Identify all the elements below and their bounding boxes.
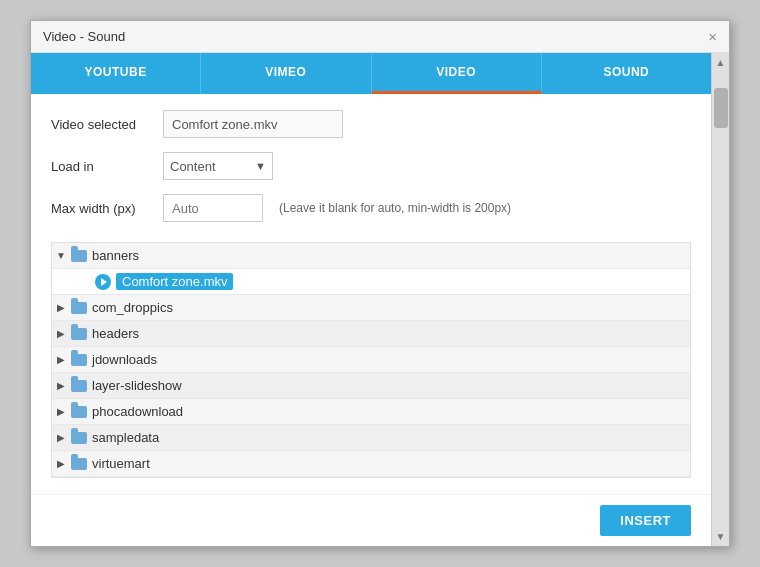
tab-bar: YOUTUBE VIMEO VIDEO SOUND bbox=[31, 53, 711, 94]
toggle-icon-headers: ▶ bbox=[52, 328, 70, 339]
tree-item-com-droppics[interactable]: ▶ com_droppics bbox=[52, 295, 690, 321]
toggle-icon-virtuemart: ▶ bbox=[52, 458, 70, 469]
tree-item-comfort-zone[interactable]: Comfort zone.mkv bbox=[52, 269, 690, 295]
dialog-titlebar: Video - Sound × bbox=[31, 21, 729, 53]
tree-item-headers[interactable]: ▶ headers bbox=[52, 321, 690, 347]
tree-container: ▼ banners Comfort zone.mkv bbox=[51, 242, 691, 478]
tree-label-jdownloads: jdownloads bbox=[92, 352, 157, 367]
video-icon-comfort bbox=[94, 273, 112, 291]
folder-icon-virtuemart bbox=[70, 455, 88, 473]
insert-button[interactable]: INSERT bbox=[600, 505, 691, 536]
tree-label-layer-slideshow: layer-slideshow bbox=[92, 378, 182, 393]
toggle-icon-jdownloads: ▶ bbox=[52, 354, 70, 365]
dialog-content: YOUTUBE VIMEO VIDEO SOUND Video selected… bbox=[31, 53, 711, 546]
video-selected-row: Video selected bbox=[51, 110, 691, 138]
load-in-select[interactable]: Content Popup Iframe bbox=[164, 157, 272, 176]
tree-area: ▼ banners Comfort zone.mkv bbox=[31, 238, 711, 494]
dialog-title: Video - Sound bbox=[43, 29, 125, 44]
toggle-icon-layer-slideshow: ▶ bbox=[52, 380, 70, 391]
footer-area: INSERT bbox=[31, 494, 711, 546]
tree-label-banners: banners bbox=[92, 248, 139, 263]
folder-icon-com-droppics bbox=[70, 299, 88, 317]
folder-icon-banners bbox=[70, 247, 88, 265]
scroll-down-icon[interactable]: ▼ bbox=[714, 531, 728, 542]
max-width-row: Max width (px) (Leave it blank for auto,… bbox=[51, 194, 691, 222]
max-width-label: Max width (px) bbox=[51, 201, 151, 216]
toggle-icon-sampledata: ▶ bbox=[52, 432, 70, 443]
dialog-body: YOUTUBE VIMEO VIDEO SOUND Video selected… bbox=[31, 53, 729, 546]
load-in-label: Load in bbox=[51, 159, 151, 174]
scrollbar-thumb[interactable] bbox=[714, 88, 728, 128]
max-width-input[interactable] bbox=[163, 194, 263, 222]
tree-label-comfort: Comfort zone.mkv bbox=[116, 273, 233, 290]
load-in-select-wrap: Content Popup Iframe ▼ bbox=[163, 152, 273, 180]
scroll-up-icon[interactable]: ▲ bbox=[714, 57, 728, 68]
tree-label-com-droppics: com_droppics bbox=[92, 300, 173, 315]
toggle-icon-com-droppics: ▶ bbox=[52, 302, 70, 313]
load-in-row: Load in Content Popup Iframe ▼ bbox=[51, 152, 691, 180]
close-button[interactable]: × bbox=[708, 29, 717, 44]
tab-video[interactable]: VIDEO bbox=[372, 53, 542, 94]
tree-label-headers: headers bbox=[92, 326, 139, 341]
max-width-hint: (Leave it blank for auto, min-width is 2… bbox=[279, 201, 511, 215]
tree-item-jdownloads[interactable]: ▶ jdownloads bbox=[52, 347, 690, 373]
form-area: Video selected Load in Content Popup Ifr… bbox=[31, 94, 711, 238]
folder-icon-phocadownload bbox=[70, 403, 88, 421]
tab-sound[interactable]: SOUND bbox=[542, 53, 711, 94]
tree-label-phocadownload: phocadownload bbox=[92, 404, 183, 419]
tree-label-sampledata: sampledata bbox=[92, 430, 159, 445]
tree-item-phocadownload[interactable]: ▶ phocadownload bbox=[52, 399, 690, 425]
folder-icon-sampledata bbox=[70, 429, 88, 447]
video-selected-input[interactable] bbox=[163, 110, 343, 138]
tree-label-virtuemart: virtuemart bbox=[92, 456, 150, 471]
video-selected-label: Video selected bbox=[51, 117, 151, 132]
dialog-window: Video - Sound × YOUTUBE VIMEO VIDEO SOUN… bbox=[30, 20, 730, 547]
tree-item-virtuemart[interactable]: ▶ virtuemart bbox=[52, 451, 690, 477]
tree-item-layer-slideshow[interactable]: ▶ layer-slideshow bbox=[52, 373, 690, 399]
folder-icon-jdownloads bbox=[70, 351, 88, 369]
tree-item-banners[interactable]: ▼ banners bbox=[52, 243, 690, 269]
tree-item-sampledata[interactable]: ▶ sampledata bbox=[52, 425, 690, 451]
scrollbar[interactable]: ▲ ▼ bbox=[711, 53, 729, 546]
folder-icon-headers bbox=[70, 325, 88, 343]
toggle-icon-phocadownload: ▶ bbox=[52, 406, 70, 417]
tab-vimeo[interactable]: VIMEO bbox=[201, 53, 371, 94]
tab-youtube[interactable]: YOUTUBE bbox=[31, 53, 201, 94]
folder-icon-layer-slideshow bbox=[70, 377, 88, 395]
toggle-icon-banners: ▼ bbox=[52, 250, 70, 261]
